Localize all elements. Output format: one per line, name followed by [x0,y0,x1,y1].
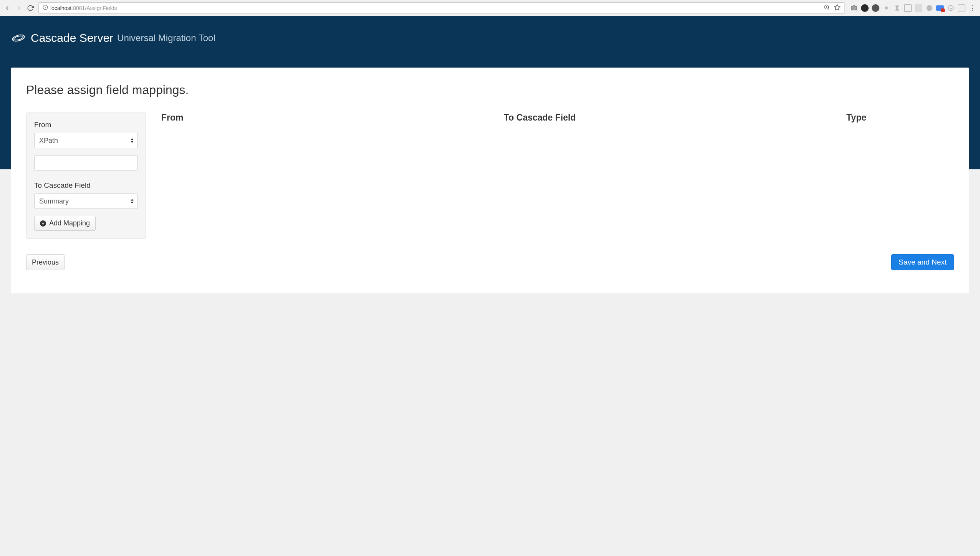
app-brand: Cascade Server [31,31,113,45]
from-type-select[interactable]: XPath [34,133,138,148]
address-bar[interactable]: localhost:8081/AssignFields [38,2,845,14]
main-content: Please assign field mappings. From XPath… [11,68,969,293]
bookmark-star-icon[interactable] [834,4,841,12]
plus-icon: + [40,220,46,227]
app-subtitle: Universal Migration Tool [117,33,215,43]
extension-icon-7[interactable] [925,4,933,12]
camera-icon[interactable] [850,4,858,12]
th-to: To Cascade Field [504,113,846,123]
browser-menu-button[interactable]: ⋮ [969,4,976,12]
extension-icon-10[interactable] [958,4,965,12]
from-value-input[interactable] [34,155,138,170]
th-type: Type [846,113,954,123]
previous-button[interactable]: Previous [26,254,65,270]
mappings-table: From To Cascade Field Type [161,113,954,239]
reload-button[interactable] [27,5,34,12]
extension-icon-4[interactable] [893,4,901,12]
site-info-icon[interactable] [43,5,48,11]
app-header: Cascade Server Universal Migration Tool [0,16,980,45]
extension-icon-3[interactable]: ✱ [882,4,890,12]
svg-point-8 [927,5,932,11]
extension-icons: ✱ [850,4,965,12]
table-header-row: From To Cascade Field Type [161,113,954,126]
th-from: From [161,113,504,123]
extension-icon-8[interactable] [936,5,944,11]
mapping-form-panel: From XPath To Cascade Field Summary + Ad… [26,113,146,239]
svg-line-4 [828,8,829,10]
save-and-next-button[interactable]: Save and Next [891,254,954,270]
footer-actions: Previous Save and Next [26,254,954,270]
to-field-select[interactable]: Summary [34,194,138,209]
browser-toolbar: localhost:8081/AssignFields ✱ [0,0,980,16]
extension-icon-1[interactable] [861,4,869,12]
to-label: To Cascade Field [34,181,138,190]
url-display: localhost:8081/AssignFields [50,5,117,11]
forward-button[interactable] [15,5,22,12]
svg-point-10 [12,34,25,42]
extension-icon-6[interactable] [915,4,922,12]
svg-marker-7 [834,5,840,10]
from-label: From [34,121,138,129]
add-mapping-button[interactable]: + Add Mapping [34,216,96,231]
extension-icon-5[interactable] [904,4,912,12]
back-button[interactable] [4,5,11,12]
svg-point-9 [948,5,953,10]
extension-icon-2[interactable] [872,4,879,12]
extension-icon-9[interactable] [947,4,955,12]
svg-point-11 [13,35,24,41]
page-title: Please assign field mappings. [26,83,954,97]
cascade-logo-icon [12,32,25,44]
zoom-icon[interactable] [824,4,830,12]
